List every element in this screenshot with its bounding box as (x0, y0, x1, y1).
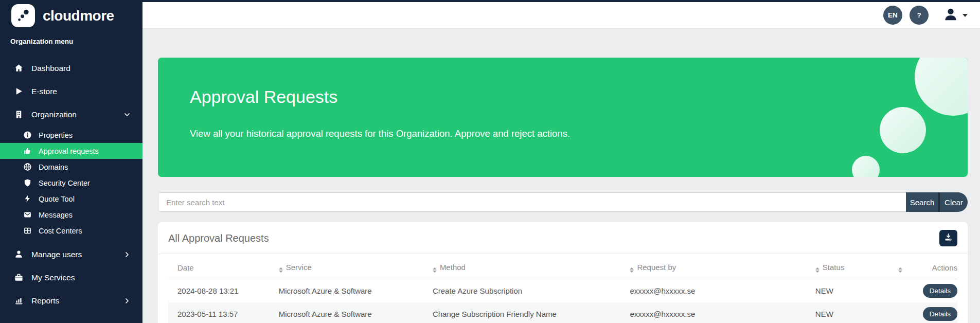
page-title: Approval Requests (190, 87, 337, 107)
sidebar-item-label: E-store (31, 87, 57, 96)
sidebar-item-dashboard[interactable]: Dashboard (0, 57, 142, 80)
sidebar-item-manage-users[interactable]: Manage users (0, 243, 142, 266)
sidebar-item-estore[interactable]: E-store (0, 80, 142, 103)
sidebar-item-label: Approval requests (39, 147, 99, 155)
column-header-actions: Actions (918, 254, 957, 279)
download-icon (943, 232, 953, 244)
panel-header: All Approval Requests (158, 222, 968, 254)
column-header-date: Date (168, 254, 279, 279)
sidebar-item-my-services[interactable]: My Services (0, 266, 142, 289)
cell-request-by: exxxxx@hxxxxx.se (630, 279, 815, 303)
thumbs-up-icon (23, 147, 32, 155)
column-header-service[interactable]: Service (279, 254, 433, 279)
decorative-circle (880, 107, 926, 153)
cell-date: 2024-08-28 13:21 (168, 279, 279, 303)
top-header: EN ? (142, 0, 980, 29)
sidebar-item-label: My Services (31, 273, 75, 282)
sidebar-item-domains[interactable]: Domains (0, 159, 142, 175)
cell-actions: Details (918, 279, 957, 303)
cell-status: NEW (815, 302, 898, 323)
sidebar-item-approval-requests[interactable]: Approval requests (0, 143, 142, 159)
cell-actions: Details (918, 302, 957, 323)
sidebar-item-reports[interactable]: Reports (0, 289, 142, 312)
decorative-circle (852, 156, 880, 177)
sort-icon (433, 267, 437, 273)
cell-status: NEW (815, 279, 898, 303)
brand-logo[interactable]: cloudmore (0, 0, 142, 27)
panel-title: All Approval Requests (168, 232, 269, 244)
search-button[interactable]: Search (906, 192, 938, 212)
sidebar-item-label: Manage users (31, 250, 82, 259)
cell-date: 2023-05-11 13:57 (168, 302, 279, 323)
column-header-request-by[interactable]: Request by (630, 254, 815, 279)
sort-icon (279, 267, 283, 273)
search-input[interactable] (158, 192, 906, 212)
sidebar-item-label: Properties (39, 131, 73, 139)
shield-icon (23, 178, 32, 187)
sidebar-item-label: Security Center (39, 179, 90, 187)
sidebar-item-cost-centers[interactable]: Cost Centers (0, 223, 142, 239)
details-button[interactable]: Details (923, 284, 957, 298)
sidebar-item-quote-tool[interactable]: Quote Tool (0, 191, 142, 207)
sidebar-item-label: Quote Tool (39, 195, 75, 203)
sidebar-item-security-center[interactable]: Security Center (0, 175, 142, 191)
download-button[interactable] (939, 230, 957, 246)
cell-service: Microsoft Azure & Software (279, 302, 433, 323)
caret-down-icon (963, 14, 968, 17)
cell-method: Create Azure Subscription (433, 279, 630, 303)
column-header-status[interactable]: Status (815, 254, 898, 279)
sort-icon (630, 267, 634, 273)
sidebar-item-messages[interactable]: Messages (0, 207, 142, 223)
content-area: Approval Requests View all your historic… (142, 29, 980, 323)
column-header-method[interactable]: Method (433, 254, 630, 279)
sidebar-item-organization[interactable]: Organization (0, 103, 142, 126)
brand-name: cloudmore (43, 8, 114, 24)
sidebar-item-label: Cost Centers (39, 227, 82, 235)
play-icon (14, 86, 24, 96)
language-button[interactable]: EN (883, 6, 902, 25)
cell-method: Change Subscription Friendly Name (433, 302, 630, 323)
chevron-down-icon (123, 111, 131, 119)
main-area: EN ? Approval Requests View all your his… (142, 0, 980, 323)
sidebar: cloudmore Organization menu Dashboard E-… (0, 0, 142, 323)
column-header-sort-only[interactable] (898, 254, 918, 279)
app-window: cloudmore Organization menu Dashboard E-… (0, 0, 980, 323)
user-icon (14, 249, 24, 259)
sidebar-item-label: Organization (31, 110, 77, 119)
bar-chart-icon (14, 296, 24, 306)
table-row: 2024-08-28 13:21 Microsoft Azure & Softw… (168, 279, 957, 303)
page-banner: Approval Requests View all your historic… (158, 58, 968, 177)
page-description: View all your historical approval reques… (190, 128, 570, 139)
envelope-icon (23, 210, 32, 219)
search-bar: Search Clear (158, 192, 968, 212)
sort-icon (815, 267, 819, 273)
user-menu[interactable] (943, 7, 968, 24)
grid-icon (23, 226, 32, 235)
home-icon (14, 63, 24, 73)
help-button[interactable]: ? (910, 6, 929, 25)
approval-requests-table: Date Service Method Request by Status Ac… (158, 254, 968, 323)
avatar-icon (943, 7, 958, 24)
cell-empty (898, 302, 918, 323)
cloudmore-logo-icon (11, 4, 35, 27)
table-header-row: Date Service Method Request by Status Ac… (168, 254, 957, 279)
cell-request-by: exxxxx@hxxxxx.se (630, 302, 815, 323)
sidebar-item-label: Reports (31, 296, 59, 306)
cell-empty (898, 279, 918, 303)
sidebar-item-label: Messages (39, 211, 73, 219)
briefcase-icon (14, 273, 24, 282)
approval-requests-panel: All Approval Requests (158, 222, 968, 323)
cell-service: Microsoft Azure & Software (279, 279, 433, 303)
clear-button[interactable]: Clear (938, 192, 968, 212)
sort-icon (898, 267, 902, 273)
lightning-icon (23, 194, 32, 203)
sidebar-item-label: Domains (39, 163, 68, 171)
sidebar-item-properties[interactable]: Properties (0, 127, 142, 143)
decorative-circle (915, 58, 968, 116)
chevron-right-icon (123, 297, 131, 305)
details-button[interactable]: Details (923, 307, 957, 321)
table-row: 2023-05-11 13:57 Microsoft Azure & Softw… (168, 302, 957, 323)
info-icon (23, 131, 32, 139)
globe-icon (23, 163, 32, 171)
chevron-right-icon (123, 250, 131, 259)
